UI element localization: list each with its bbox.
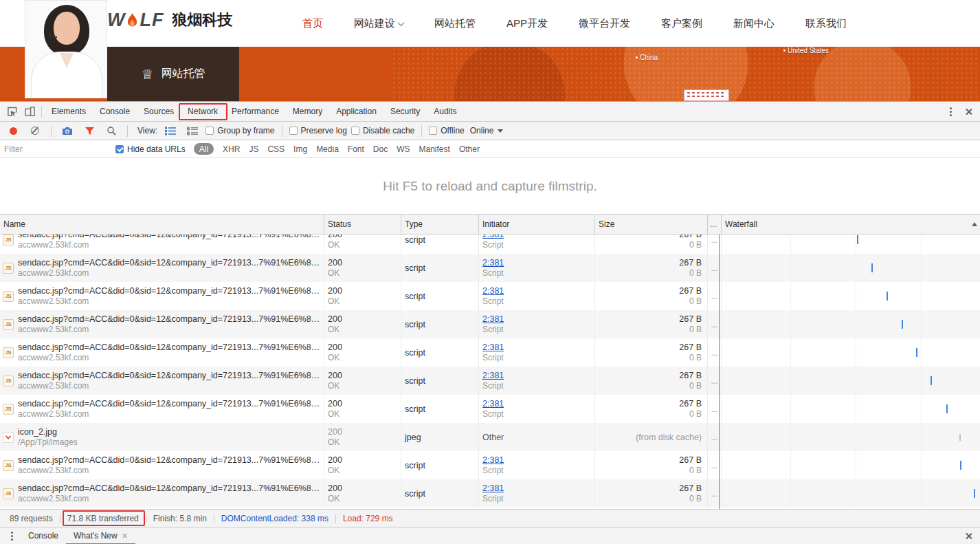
banner-ribbon[interactable]: ♕ 网站托管 bbox=[107, 47, 239, 101]
network-request-row[interactable]: JS sendacc.jsp?cmd=ACC&did=0&sid=12&comp… bbox=[0, 235, 980, 254]
file-type-icon: JS bbox=[3, 347, 14, 358]
network-request-row[interactable]: JS sendacc.jsp?cmd=ACC&did=0&sid=12&comp… bbox=[0, 310, 980, 338]
initiator-link[interactable]: Other bbox=[482, 432, 504, 443]
filter-icon[interactable] bbox=[80, 122, 98, 139]
drawer-menu-icon[interactable] bbox=[3, 528, 21, 544]
column-header-type[interactable]: Type bbox=[401, 215, 479, 234]
waterfall-bar bbox=[946, 404, 948, 413]
group-by-frame-checkbox[interactable]: Group by frame bbox=[205, 126, 274, 135]
network-request-row[interactable]: JS sendacc.jsp?cmd=ACC&did=0&sid=12&comp… bbox=[0, 479, 980, 508]
resource-type-filter[interactable]: Font bbox=[348, 144, 364, 154]
file-type-icon: JS bbox=[3, 488, 14, 499]
column-header-initiator[interactable]: Initiator bbox=[479, 215, 595, 234]
close-tab-icon[interactable] bbox=[122, 533, 128, 538]
devtools-tab-label: Audits bbox=[434, 107, 456, 116]
initiator-link[interactable]: 2:381 bbox=[482, 235, 504, 240]
devtools-tab[interactable]: Console bbox=[93, 102, 137, 121]
capture-screenshots-icon[interactable] bbox=[58, 122, 76, 139]
network-request-row[interactable]: JS sendacc.jsp?cmd=ACC&did=0&sid=12&comp… bbox=[0, 282, 980, 310]
column-header-status[interactable]: Status bbox=[324, 215, 401, 234]
drawer-tab-console[interactable]: Console bbox=[21, 527, 66, 544]
close-drawer-icon[interactable] bbox=[959, 528, 977, 544]
record-network-log-button[interactable] bbox=[4, 122, 22, 139]
initiator-link[interactable]: 2:381 bbox=[482, 314, 504, 325]
column-header-size[interactable]: Size bbox=[595, 215, 708, 234]
disable-cache-checkbox[interactable]: Disable cache bbox=[351, 126, 414, 135]
initiator-link[interactable]: 2:381 bbox=[482, 257, 504, 268]
status-code: 200 bbox=[328, 426, 397, 437]
devtools-tab[interactable]: Memory bbox=[286, 102, 329, 121]
initiator-link[interactable]: 2:381 bbox=[482, 455, 504, 466]
network-request-row[interactable]: JS sendacc.jsp?cmd=ACC&did=0&sid=12&comp… bbox=[0, 367, 980, 395]
logo-text-lf: LF bbox=[140, 10, 164, 30]
inspect-element-icon[interactable] bbox=[3, 103, 21, 120]
column-header-name[interactable]: Name bbox=[0, 215, 324, 234]
devtools-tab[interactable]: Audits bbox=[427, 102, 463, 121]
network-request-row[interactable]: icon_2.jpg /App/Tpl/images 200 OK jpeg O… bbox=[0, 423, 980, 451]
nav-item[interactable]: 网站托管 bbox=[434, 17, 476, 30]
waterfall-cell bbox=[722, 254, 980, 282]
initiator-link[interactable]: 2:381 bbox=[482, 370, 504, 381]
devtools-tab[interactable]: Network bbox=[181, 102, 225, 121]
site-logo[interactable]: W LF 狼烟科技 bbox=[107, 10, 232, 30]
request-domain: accwww2.53kf.com bbox=[18, 409, 320, 420]
nav-item[interactable]: 联系我们 bbox=[805, 17, 847, 30]
more-options-icon[interactable] bbox=[942, 103, 959, 120]
resource-type-filter[interactable]: Manifest bbox=[419, 144, 450, 154]
devtools-tab[interactable]: Performance bbox=[225, 102, 286, 121]
devtools-tab[interactable]: Sources bbox=[137, 102, 181, 121]
throttling-dropdown[interactable]: Online bbox=[470, 126, 504, 135]
resource-type-filter[interactable]: Img bbox=[293, 144, 307, 154]
dom-content-loaded-time: DOMContentLoaded: 338 ms bbox=[214, 514, 335, 523]
size-resource: 0 B bbox=[689, 325, 702, 335]
initiator-link[interactable]: 2:381 bbox=[482, 285, 504, 296]
waterfall-cell bbox=[722, 479, 980, 508]
nav-item[interactable]: 网站建设 bbox=[354, 17, 403, 30]
resource-type-filter[interactable]: Media bbox=[316, 144, 339, 154]
size-transferred: 267 B bbox=[679, 257, 702, 268]
search-icon[interactable] bbox=[102, 122, 120, 139]
list-view-icon[interactable] bbox=[162, 122, 179, 139]
resource-type-filter[interactable]: XHR bbox=[223, 144, 240, 154]
resource-type-filter[interactable]: CSS bbox=[267, 144, 285, 154]
devtools-tab[interactable]: Security bbox=[383, 102, 427, 121]
request-domain: accwww2.53kf.com bbox=[18, 268, 320, 279]
nav-item[interactable]: 首页 bbox=[302, 17, 323, 30]
large-rows-icon[interactable] bbox=[183, 122, 201, 139]
network-toolbar: View: Group by frame Preserve log Disabl… bbox=[0, 122, 980, 140]
request-name: sendacc.jsp?cmd=ACC&did=0&sid=12&company… bbox=[18, 342, 320, 353]
preserve-log-checkbox[interactable]: Preserve log bbox=[289, 126, 347, 135]
resource-type-filter[interactable]: JS bbox=[249, 144, 258, 154]
drawer-tab-whats-new[interactable]: What's New bbox=[66, 527, 135, 544]
initiator-link[interactable]: 2:381 bbox=[482, 342, 504, 353]
devtools-tab[interactable]: Application bbox=[329, 102, 383, 121]
filter-input[interactable] bbox=[4, 144, 107, 154]
resource-type-filter[interactable]: WS bbox=[397, 144, 410, 154]
site-nav: 首页 网站建设 网站托管 APP开发 微平台开发 客户案例 新闻中心 联系我们 bbox=[302, 0, 847, 47]
initiator-link[interactable]: 2:381 bbox=[482, 483, 504, 494]
device-toolbar-icon[interactable] bbox=[21, 103, 38, 120]
size-transferred: 267 B bbox=[679, 370, 702, 381]
initiator-link[interactable]: 2:381 bbox=[482, 398, 504, 409]
network-request-row[interactable]: JS sendacc.jsp?cmd=ACC&did=0&sid=12&comp… bbox=[0, 395, 980, 423]
close-devtools-icon[interactable] bbox=[959, 103, 977, 120]
nav-item[interactable]: 客户案例 bbox=[661, 17, 702, 30]
column-header-waterfall[interactable]: Waterfall bbox=[722, 215, 980, 234]
offline-checkbox[interactable]: Offline bbox=[429, 126, 464, 135]
size-resource: 0 B bbox=[689, 296, 702, 307]
hide-data-urls-checkbox[interactable]: Hide data URLs bbox=[115, 144, 186, 154]
column-header-more[interactable]: ... bbox=[708, 215, 722, 234]
network-request-row[interactable]: JS sendacc.jsp?cmd=ACC&did=0&sid=12&comp… bbox=[0, 338, 980, 367]
size-resource: 0 B bbox=[689, 353, 702, 363]
nav-item[interactable]: 新闻中心 bbox=[733, 17, 775, 30]
network-request-row[interactable]: JS sendacc.jsp?cmd=ACC&did=0&sid=12&comp… bbox=[0, 254, 980, 282]
devtools-tab[interactable]: Elements bbox=[45, 102, 93, 121]
network-request-row[interactable]: JS sendacc.jsp?cmd=ACC&did=0&sid=12&comp… bbox=[0, 451, 980, 479]
clear-network-log-button[interactable] bbox=[26, 122, 44, 139]
resource-type-filter[interactable]: Other bbox=[459, 144, 480, 154]
resource-type-filter[interactable]: Doc bbox=[373, 144, 388, 154]
resource-type-filter[interactable]: All bbox=[194, 143, 214, 155]
request-name: sendacc.jsp?cmd=ACC&did=0&sid=12&company… bbox=[18, 483, 320, 494]
nav-item[interactable]: APP开发 bbox=[506, 17, 548, 30]
nav-item[interactable]: 微平台开发 bbox=[579, 17, 630, 30]
